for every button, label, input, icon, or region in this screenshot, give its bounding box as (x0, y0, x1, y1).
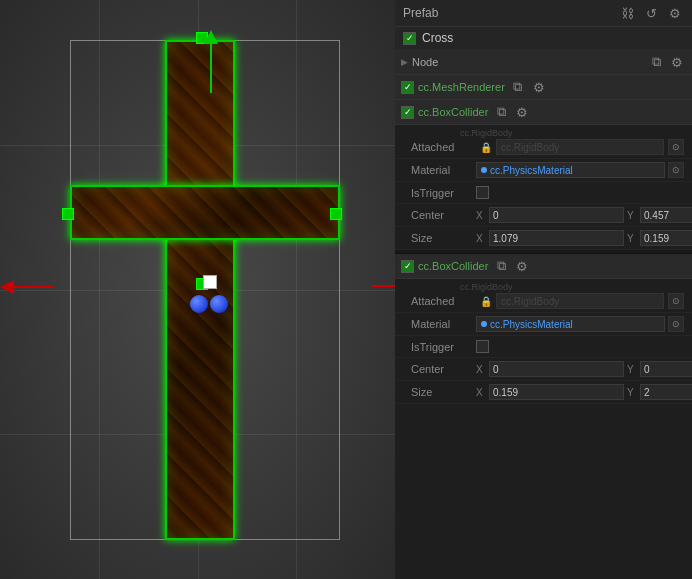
axis-arrow-head (0, 280, 14, 294)
mesh-renderer-title: cc.MeshRenderer (418, 81, 505, 93)
lock-icon-2: 🔒 (480, 296, 492, 307)
material-pick-btn-1[interactable]: ⊙ (668, 162, 684, 178)
box-collider-2-icons: ⧉ ⚙ (492, 257, 531, 275)
box-collider-2-copy-icon[interactable]: ⧉ (492, 257, 510, 275)
rigidbody-pick-btn-2[interactable]: ⊙ (668, 293, 684, 309)
prefab-title: Prefab (403, 6, 612, 20)
box-collider-2-gear-icon[interactable]: ⚙ (513, 257, 531, 275)
rigidbody-value-1: cc.RigidBody (501, 142, 559, 153)
prefab-active-checkbox[interactable] (403, 32, 416, 45)
material-ref-2[interactable]: cc.PhysicsMaterial (476, 316, 665, 332)
node-section-icons: ⧉ ⚙ (647, 53, 686, 71)
size-x-input-1[interactable] (489, 230, 624, 246)
material-ref-1[interactable]: cc.PhysicsMaterial (476, 162, 665, 178)
center-x-input-1[interactable] (489, 207, 624, 223)
properties-panel: Prefab ⛓ ↺ ⚙ Cross ▶ Node ⧉ ⚙ cc.MeshRen… (395, 0, 692, 579)
center-y-input-1[interactable] (640, 207, 692, 223)
center-x-input-2[interactable] (489, 361, 624, 377)
size-content-1: X Y Z (476, 230, 692, 246)
material-value-1: cc.PhysicsMaterial (490, 165, 573, 176)
rigidbody-hint-1: cc.RigidBody (460, 128, 684, 138)
center-y-axis-1: Y (627, 210, 637, 221)
axis-y-arrowhead (204, 30, 218, 44)
origin-marker (203, 275, 217, 289)
rigidbody-ref-1[interactable]: cc.RigidBody (496, 139, 664, 155)
box-collider-2-center-row: Center X Y Z (395, 358, 692, 381)
box-collider-1-material-row: Material cc.PhysicsMaterial ⊙ (395, 159, 692, 182)
size-y-axis-2: Y (627, 387, 637, 398)
mesh-renderer-checkbox[interactable] (401, 81, 414, 94)
trigger-content-1 (476, 186, 684, 199)
material-pick-btn-2[interactable]: ⊙ (668, 316, 684, 332)
center-y-input-2[interactable] (640, 361, 692, 377)
box-collider-1-icons: ⧉ ⚙ (492, 103, 531, 121)
axis-arrow-x-pos (371, 279, 395, 293)
mesh-renderer-gear-icon[interactable]: ⚙ (530, 78, 548, 96)
size-content-2: X Y Z (476, 384, 692, 400)
mesh-renderer-copy-icon[interactable]: ⧉ (509, 78, 527, 96)
axis-y-line (210, 43, 212, 93)
material-content-2: cc.PhysicsMaterial ⊙ (476, 316, 684, 332)
attached-label-2: Attached (411, 295, 476, 307)
cross-horizontal-beam (70, 185, 340, 240)
is-trigger-checkbox-1[interactable] (476, 186, 489, 199)
box-collider-1-checkbox[interactable] (401, 106, 414, 119)
transform-handle-right[interactable] (330, 208, 342, 220)
node-copy-icon[interactable]: ⧉ (647, 53, 665, 71)
mesh-renderer-section-header[interactable]: cc.MeshRenderer ⧉ ⚙ (395, 75, 692, 100)
prefab-gear-icon[interactable]: ⚙ (666, 4, 684, 22)
box-collider-1-header[interactable]: cc.BoxCollider ⧉ ⚙ (395, 100, 692, 125)
node-section-title: Node (412, 56, 643, 68)
box-collider-1-gear-icon[interactable]: ⚙ (513, 103, 531, 121)
box-collider-2-title: cc.BoxCollider (418, 260, 488, 272)
attached-label-1: Attached (411, 141, 476, 153)
box-collider-1-attached-row: cc.RigidBody Attached 🔒 cc.RigidBody ⊙ (395, 125, 692, 159)
material-value-2: cc.PhysicsMaterial (490, 319, 573, 330)
trigger-content-2 (476, 340, 684, 353)
material-dot-1 (481, 167, 487, 173)
box-collider-2-header[interactable]: cc.BoxCollider ⧉ ⚙ (395, 254, 692, 279)
node-gear-icon[interactable]: ⚙ (668, 53, 686, 71)
center-content-2: X Y Z (476, 361, 692, 377)
box-collider-2-checkbox[interactable] (401, 260, 414, 273)
prefab-refresh-icon[interactable]: ↺ (642, 4, 660, 22)
material-label-1: Material (411, 164, 476, 176)
center-y-axis-2: Y (627, 364, 637, 375)
prefab-link-icon[interactable]: ⛓ (618, 4, 636, 22)
node-chevron-icon: ▶ (401, 57, 408, 67)
center-label-1: Center (411, 209, 476, 221)
size-label-1: Size (411, 232, 476, 244)
cross-vertical-beam (165, 40, 235, 540)
transform-handle-left[interactable] (62, 208, 74, 220)
rigidbody-pick-btn-1[interactable]: ⊙ (668, 139, 684, 155)
center-x-axis-1: X (476, 210, 486, 221)
size-y-input-1[interactable] (640, 230, 692, 246)
size-y-input-2[interactable] (640, 384, 692, 400)
size-x-input-2[interactable] (489, 384, 624, 400)
axis-arrow-x-neg (0, 280, 54, 294)
is-trigger-checkbox-2[interactable] (476, 340, 489, 353)
node-section-header[interactable]: ▶ Node ⧉ ⚙ (395, 50, 692, 75)
box-collider-1-copy-icon[interactable]: ⧉ (492, 103, 510, 121)
is-trigger-label-1: IsTrigger (411, 187, 476, 199)
collider-sphere-1 (190, 295, 208, 313)
collider-sphere-2 (210, 295, 228, 313)
size-y-axis-1: Y (627, 233, 637, 244)
cross-object (60, 30, 360, 550)
size-x-axis-1: X (476, 233, 486, 244)
box-collider-2-material-row: Material cc.PhysicsMaterial ⊙ (395, 313, 692, 336)
rigidbody-ref-2[interactable]: cc.RigidBody (496, 293, 664, 309)
box-collider-1-center-row: Center X Y Z (395, 204, 692, 227)
box-collider-2-trigger-row: IsTrigger (395, 336, 692, 358)
size-x-axis-2: X (476, 387, 486, 398)
box-collider-2-size-row: Size X Y Z (395, 381, 692, 404)
is-trigger-label-2: IsTrigger (411, 341, 476, 353)
box-collider-1-title: cc.BoxCollider (418, 106, 488, 118)
axis-arrow-line (14, 286, 54, 288)
box-collider-1-trigger-row: IsTrigger (395, 182, 692, 204)
prefab-header: Prefab ⛓ ↺ ⚙ (395, 0, 692, 27)
prefab-name-row: Cross (395, 27, 692, 50)
attached-inner-1: Attached 🔒 cc.RigidBody ⊙ (411, 139, 684, 155)
center-x-axis-2: X (476, 364, 486, 375)
viewport-3d[interactable] (0, 0, 395, 579)
